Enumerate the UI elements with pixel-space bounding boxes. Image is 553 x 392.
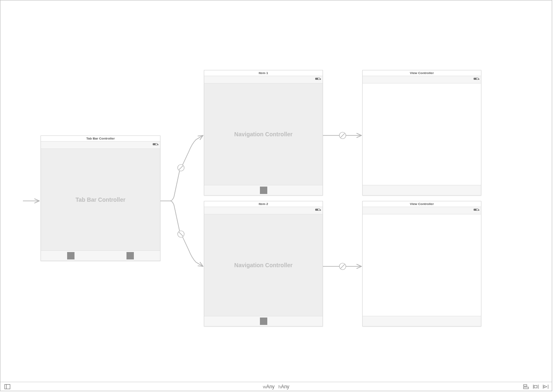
toolbar [363, 185, 481, 195]
status-bar [204, 76, 323, 83]
placeholder-label: Tab Bar Controller [76, 196, 126, 203]
align-icon[interactable] [523, 384, 529, 389]
canvas-bottom-bar: wAny hAny [0, 382, 552, 391]
scene-navigation-controller-2[interactable]: Item 2 Navigation Controller [204, 201, 323, 327]
svg-marker-16 [544, 385, 547, 388]
size-w-prefix: w [263, 384, 266, 389]
scene-view-controller-2[interactable]: View Controller [362, 201, 481, 327]
svg-rect-11 [524, 387, 528, 389]
scene-navigation-controller-1[interactable]: Item 1 Navigation Controller [204, 70, 323, 196]
status-bar [363, 207, 481, 214]
svg-point-2 [178, 231, 184, 237]
svg-point-0 [178, 164, 184, 171]
svg-line-1 [179, 166, 183, 170]
battery-icon [474, 209, 479, 211]
size-h-value: Any [281, 384, 289, 390]
tab-bar-item-1[interactable] [67, 252, 74, 259]
tab-bar-item[interactable] [260, 318, 267, 325]
tab-bar-item-2[interactable] [126, 252, 134, 259]
scene-view-controller-1[interactable]: View Controller [362, 70, 481, 196]
scene-title: Item 1 [204, 70, 323, 76]
scene-body [363, 83, 481, 185]
size-w-value: Any [266, 384, 275, 390]
svg-point-4 [339, 132, 346, 139]
scene-body: Navigation Controller [204, 83, 323, 185]
svg-point-6 [339, 263, 346, 270]
battery-icon [315, 209, 320, 211]
svg-line-3 [179, 232, 183, 236]
scene-title: Item 2 [204, 201, 323, 207]
storyboard-canvas[interactable]: Tab Bar Controller Tab Bar Controller It… [0, 0, 552, 391]
battery-icon [153, 143, 158, 145]
scene-title: View Controller [363, 70, 481, 76]
size-class-control[interactable]: wAny hAny [263, 384, 289, 390]
battery-icon [315, 78, 320, 80]
tab-bar [41, 250, 160, 261]
tab-bar [204, 185, 323, 195]
svg-line-7 [341, 264, 345, 268]
scene-title: Tab Bar Controller [41, 136, 160, 142]
status-bar [204, 207, 323, 214]
outline-toggle-icon[interactable] [5, 384, 10, 389]
status-bar [363, 76, 481, 83]
scene-title: View Controller [363, 201, 481, 207]
placeholder-label: Navigation Controller [234, 262, 292, 268]
battery-icon [474, 78, 479, 80]
svg-line-5 [341, 133, 345, 137]
svg-rect-10 [524, 385, 527, 386]
svg-rect-13 [534, 385, 537, 388]
scene-body: Tab Bar Controller [41, 149, 160, 250]
svg-rect-8 [5, 384, 10, 389]
status-bar [41, 142, 160, 149]
scene-body [363, 214, 481, 316]
resolve-issues-icon[interactable] [543, 384, 548, 389]
scene-body: Navigation Controller [204, 214, 323, 316]
toolbar [363, 316, 481, 326]
tab-bar-item[interactable] [260, 187, 267, 194]
scene-tab-bar-controller[interactable]: Tab Bar Controller Tab Bar Controller [41, 135, 160, 261]
pin-icon[interactable] [533, 384, 539, 389]
tab-bar [204, 316, 323, 326]
placeholder-label: Navigation Controller [234, 131, 292, 137]
